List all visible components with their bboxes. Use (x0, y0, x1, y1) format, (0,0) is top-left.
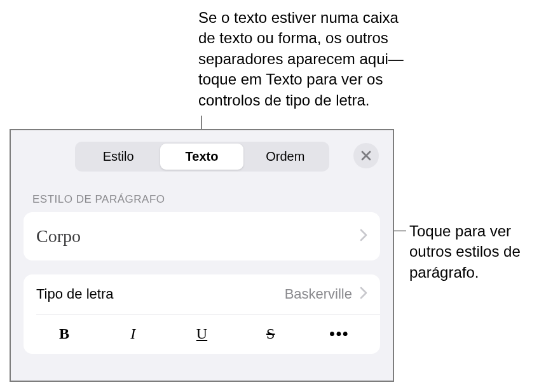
font-value: Baskerville (285, 286, 352, 302)
panel-header: Estilo Texto Ordem (11, 130, 393, 178)
paragraph-style-card: Corpo (24, 212, 380, 260)
annotation-paragraph-style: Toque para ver outros estilos de parágra… (409, 221, 543, 283)
format-panel: Estilo Texto Ordem ESTILO DE PARÁGRAFO C… (10, 129, 394, 382)
more-format-button[interactable]: ••• (305, 325, 374, 342)
font-row[interactable]: Tipo de letra Baskerville (24, 274, 380, 314)
section-label-paragraph-style: ESTILO DE PARÁGRAFO (11, 178, 393, 212)
close-button[interactable] (353, 143, 379, 168)
italic-button[interactable]: I (99, 325, 167, 342)
bold-button[interactable]: B (30, 325, 99, 342)
annotation-tabs: Se o texto estiver numa caixa de texto o… (198, 8, 414, 111)
underline-button[interactable]: U (167, 325, 236, 342)
chevron-right-icon (360, 229, 367, 244)
tab-style[interactable]: Estilo (77, 144, 160, 170)
chevron-right-icon (360, 287, 367, 302)
strikethrough-button[interactable]: S (236, 325, 305, 342)
font-label: Tipo de letra (36, 286, 113, 302)
font-card: Tipo de letra Baskerville B I U S ••• (24, 274, 380, 354)
segmented-tabs: Estilo Texto Ordem (75, 142, 329, 172)
tab-text[interactable]: Texto (160, 144, 243, 170)
tab-order[interactable]: Ordem (243, 144, 327, 170)
paragraph-style-name: Corpo (36, 226, 81, 247)
format-row: B I U S ••• (24, 314, 380, 354)
close-icon (361, 151, 371, 161)
paragraph-style-row[interactable]: Corpo (24, 212, 380, 260)
